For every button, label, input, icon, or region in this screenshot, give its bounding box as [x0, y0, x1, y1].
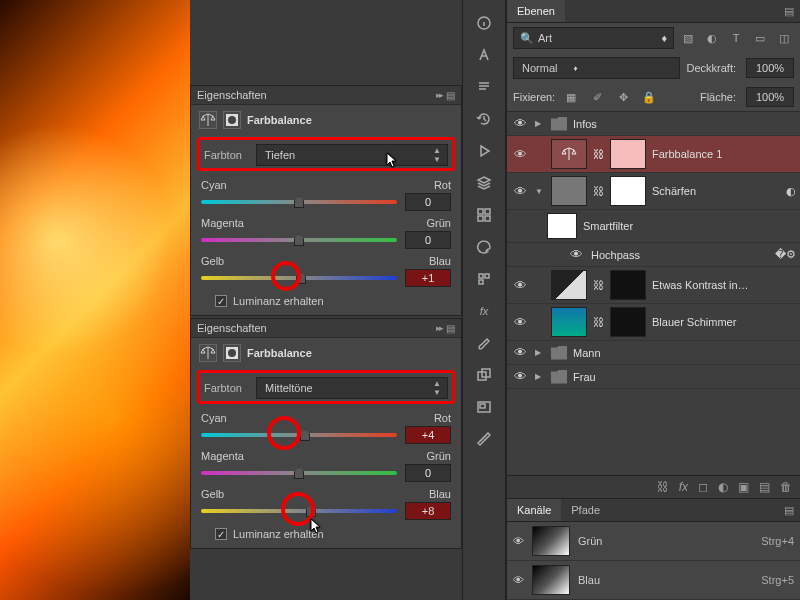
slider-track-mg[interactable]	[201, 471, 397, 475]
visibility-toggle[interactable]: 👁	[511, 345, 529, 360]
layer-group-infos[interactable]: 👁 ▶ Infos	[507, 112, 800, 136]
filter-kind-dropdown[interactable]: 🔍 Art ♦	[513, 27, 674, 49]
filter-shape-icon[interactable]: ▭	[750, 28, 770, 48]
link-icon[interactable]: ⛓	[593, 316, 604, 328]
slider-track-yb[interactable]	[201, 276, 397, 280]
new-layer-icon[interactable]: ▤	[759, 480, 770, 494]
channel-green[interactable]: 👁 Grün Strg+4	[507, 522, 800, 561]
layer-kontrast[interactable]: 👁 ⛓ Etwas Kontrast in…	[507, 267, 800, 304]
tone-dropdown[interactable]: Tiefen ▲▼	[256, 144, 448, 166]
luminance-checkbox[interactable]: ✓	[215, 528, 227, 540]
lock-transparent-icon[interactable]: ▦	[561, 87, 581, 107]
play-icon[interactable]	[470, 138, 498, 164]
styles-icon[interactable]	[470, 266, 498, 292]
panel-menu-icon[interactable]: ▤	[446, 323, 455, 334]
measure-icon[interactable]	[470, 426, 498, 452]
visibility-toggle[interactable]: 👁	[513, 574, 524, 586]
disclosure-icon[interactable]: ▶	[535, 348, 545, 357]
slider-handle[interactable]	[294, 234, 304, 246]
filter-type-icon[interactable]: T	[726, 28, 746, 48]
visibility-toggle[interactable]: 👁	[511, 184, 529, 199]
mask-thumb[interactable]	[610, 307, 646, 337]
opacity-input[interactable]: 100%	[746, 58, 794, 78]
filter-settings-icon[interactable]: �⁠⚙	[775, 248, 796, 261]
paragraph-icon[interactable]	[470, 74, 498, 100]
panel-menu-icon[interactable]: ▤	[778, 1, 800, 22]
channel-blue[interactable]: 👁 Blau Strg+5	[507, 561, 800, 600]
slider-handle[interactable]	[306, 505, 316, 517]
info-icon[interactable]	[470, 10, 498, 36]
tab-layers[interactable]: Ebenen	[507, 0, 565, 22]
value-yb[interactable]: +1	[405, 269, 451, 287]
tone-dropdown[interactable]: Mitteltöne ▲▼	[256, 377, 448, 399]
slider-track-cr[interactable]	[201, 200, 397, 204]
filter-adjust-icon[interactable]: ◐	[702, 28, 722, 48]
panel-header[interactable]: Eigenschaften ▸▸ ▤	[191, 86, 461, 105]
layers-icon[interactable]	[470, 170, 498, 196]
brush-icon[interactable]	[470, 330, 498, 356]
disclosure-icon[interactable]: ▶	[535, 119, 545, 128]
layer-group-frau[interactable]: 👁 ▶ Frau	[507, 365, 800, 389]
value-mg[interactable]: 0	[405, 231, 451, 249]
panel-menu-icon[interactable]: ▤	[778, 500, 800, 521]
filter-mask-thumb[interactable]	[547, 213, 577, 239]
fx-icon[interactable]: fx	[679, 480, 688, 494]
layers-list[interactable]: 👁 ▶ Infos 👁 ⛓ Farbbalance 1 👁 ▼ ⛓ Schärf…	[507, 112, 800, 475]
mask-thumb[interactable]	[610, 270, 646, 300]
visibility-toggle[interactable]: 👁	[511, 147, 529, 162]
layer-thumb[interactable]	[551, 176, 587, 206]
disclosure-icon[interactable]: ▶	[535, 372, 545, 381]
luminance-checkbox[interactable]: ✓	[215, 295, 227, 307]
filter-smart-icon[interactable]: ◫	[774, 28, 794, 48]
panel-menu-icon[interactable]: ▤	[446, 90, 455, 101]
value-cr[interactable]: 0	[405, 193, 451, 211]
clone-icon[interactable]	[470, 362, 498, 388]
history-icon[interactable]	[470, 106, 498, 132]
adjustment-icon[interactable]: ◐	[718, 480, 728, 494]
slider-handle[interactable]	[300, 429, 310, 441]
tab-paths[interactable]: Pfade	[561, 499, 610, 521]
mask-thumb[interactable]	[610, 139, 646, 169]
swatches-icon[interactable]	[470, 202, 498, 228]
slider-track-yb[interactable]	[201, 509, 397, 513]
lock-paint-icon[interactable]: ✐	[587, 87, 607, 107]
slider-handle[interactable]	[294, 196, 304, 208]
layer-group-mann[interactable]: 👁 ▶ Mann	[507, 341, 800, 365]
slider-track-cr[interactable]	[201, 433, 397, 437]
slider-handle[interactable]	[294, 467, 304, 479]
tab-channels[interactable]: Kanäle	[507, 499, 561, 521]
fill-input[interactable]: 100%	[746, 87, 794, 107]
mask-icon[interactable]: ◻	[698, 480, 708, 494]
layer-smartfilter[interactable]: Smartfilter	[507, 210, 800, 243]
mask-toggle-icon[interactable]	[223, 111, 241, 129]
document-canvas[interactable]	[0, 0, 190, 600]
visibility-toggle[interactable]: 👁	[513, 535, 524, 547]
link-icon[interactable]: ⛓	[593, 279, 604, 291]
slider-track-mg[interactable]	[201, 238, 397, 242]
layer-farbbalance[interactable]: 👁 ⛓ Farbbalance 1	[507, 136, 800, 173]
mask-toggle-icon[interactable]	[223, 344, 241, 362]
character-icon[interactable]	[470, 42, 498, 68]
adjustment-thumb[interactable]	[551, 139, 587, 169]
link-icon[interactable]: ⛓	[593, 185, 604, 197]
visibility-toggle[interactable]: 👁	[511, 278, 529, 293]
fx-icon[interactable]: fx	[470, 298, 498, 324]
adjustment-thumb[interactable]	[551, 270, 587, 300]
value-yb[interactable]: +8	[405, 502, 451, 520]
navigator-icon[interactable]	[470, 394, 498, 420]
blend-mode-dropdown[interactable]: Normal♦	[513, 57, 680, 79]
palette-icon[interactable]	[470, 234, 498, 260]
layer-hochpass[interactable]: 👁 Hochpass �⁠⚙	[507, 243, 800, 267]
group-icon[interactable]: ▣	[738, 480, 749, 494]
panel-header[interactable]: Eigenschaften ▸▸ ▤	[191, 319, 461, 338]
mask-thumb[interactable]	[610, 176, 646, 206]
disclosure-icon[interactable]: ▼	[535, 187, 545, 196]
link-layers-icon[interactable]: ⛓	[657, 480, 669, 494]
trash-icon[interactable]: 🗑	[780, 480, 792, 494]
visibility-toggle[interactable]: 👁	[511, 116, 529, 131]
filter-pixel-icon[interactable]: ▧	[678, 28, 698, 48]
link-icon[interactable]: ⛓	[593, 148, 604, 160]
value-mg[interactable]: 0	[405, 464, 451, 482]
slider-handle[interactable]	[296, 272, 306, 284]
visibility-toggle[interactable]: 👁	[511, 369, 529, 384]
